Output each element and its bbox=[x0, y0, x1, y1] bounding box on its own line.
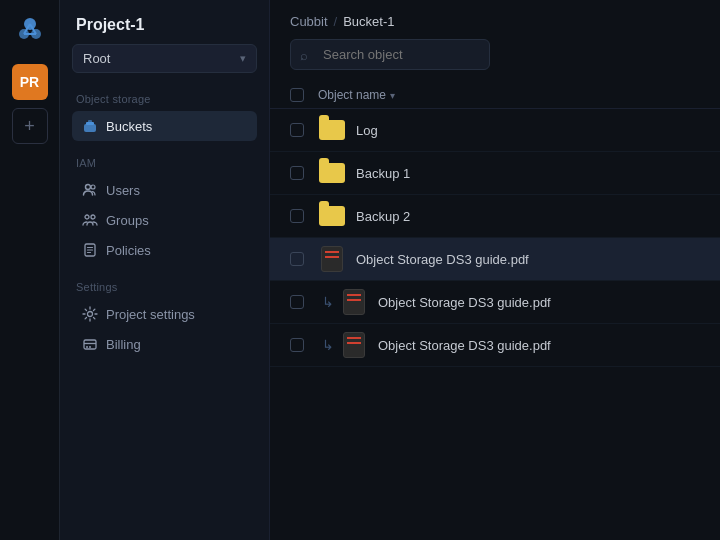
iam-section: IAM Users bbox=[72, 157, 257, 265]
project-settings-label: Project settings bbox=[106, 307, 195, 322]
row-checkbox[interactable] bbox=[290, 295, 318, 309]
file-name: Backup 1 bbox=[356, 166, 410, 181]
row-checkbox[interactable] bbox=[290, 338, 318, 352]
app-container: PR + Project-1 Root ▾ Object storage bbox=[0, 0, 720, 540]
sidebar-item-groups[interactable]: Groups bbox=[72, 205, 257, 235]
svg-point-12 bbox=[91, 215, 95, 219]
breadcrumb-current: Bucket-1 bbox=[343, 14, 394, 29]
billing-icon bbox=[82, 336, 98, 352]
brand-icon bbox=[12, 12, 48, 48]
settings-icon bbox=[82, 306, 98, 322]
file-name: Object Storage DS3 guide.pdf bbox=[378, 295, 551, 310]
breadcrumb-separator: / bbox=[334, 14, 338, 29]
breadcrumb-parent[interactable]: Cubbit bbox=[290, 14, 328, 29]
table-header: Object name ▾ bbox=[270, 82, 720, 109]
billing-label: Billing bbox=[106, 337, 141, 352]
sort-icon: ▾ bbox=[390, 90, 395, 101]
chevron-down-icon: ▾ bbox=[240, 52, 246, 65]
svg-point-17 bbox=[88, 312, 93, 317]
file-name: Object Storage DS3 guide.pdf bbox=[378, 338, 551, 353]
table-row[interactable]: Backup 2 bbox=[270, 195, 720, 238]
root-selector[interactable]: Root ▾ bbox=[72, 44, 257, 73]
table-row[interactable]: ↳ Object Storage DS3 guide.pdf bbox=[270, 324, 720, 367]
column-name-header[interactable]: Object name ▾ bbox=[318, 88, 395, 102]
pdf-icon bbox=[340, 290, 368, 314]
table-row[interactable]: Log bbox=[270, 109, 720, 152]
users-icon bbox=[82, 182, 98, 198]
project-avatar[interactable]: PR bbox=[12, 64, 48, 100]
file-name: Backup 2 bbox=[356, 209, 410, 224]
project-title: Project-1 bbox=[72, 16, 257, 34]
file-name: Log bbox=[356, 123, 378, 138]
object-storage-section: Object storage Buckets bbox=[72, 93, 257, 141]
row-checkbox[interactable] bbox=[290, 166, 318, 180]
indent-arrow-icon: ↳ bbox=[322, 294, 334, 310]
table-row[interactable]: Backup 1 bbox=[270, 152, 720, 195]
object-storage-label: Object storage bbox=[72, 93, 257, 105]
settings-section-label: Settings bbox=[72, 281, 257, 293]
row-checkbox[interactable] bbox=[290, 123, 318, 137]
folder-icon bbox=[318, 161, 346, 185]
search-bar: ⌕ bbox=[290, 39, 700, 70]
row-checkbox[interactable] bbox=[290, 209, 318, 223]
bucket-icon bbox=[82, 118, 98, 134]
svg-point-9 bbox=[86, 185, 91, 190]
iam-label: IAM bbox=[72, 157, 257, 169]
indent-arrow-icon: ↳ bbox=[322, 337, 334, 353]
folder-icon bbox=[318, 204, 346, 228]
svg-point-10 bbox=[91, 185, 95, 189]
file-name: Object Storage DS3 guide.pdf bbox=[356, 252, 529, 267]
svg-rect-6 bbox=[84, 124, 96, 132]
pdf-icon bbox=[318, 247, 346, 271]
row-checkbox[interactable] bbox=[290, 252, 318, 266]
add-project-button[interactable]: + bbox=[12, 108, 48, 144]
header-checkbox[interactable] bbox=[290, 88, 318, 102]
folder-icon bbox=[318, 118, 346, 142]
policies-label: Policies bbox=[106, 243, 151, 258]
main-content: Cubbit / Bucket-1 ⌕ Object name ▾ bbox=[270, 0, 720, 540]
table-row[interactable]: ↳ Object Storage DS3 guide.pdf bbox=[270, 281, 720, 324]
users-label: Users bbox=[106, 183, 140, 198]
table-row[interactable]: Object Storage DS3 guide.pdf bbox=[270, 238, 720, 281]
groups-label: Groups bbox=[106, 213, 149, 228]
search-input[interactable] bbox=[290, 39, 490, 70]
sidebar-item-project-settings[interactable]: Project settings bbox=[72, 299, 257, 329]
sidebar-item-policies[interactable]: Policies bbox=[72, 235, 257, 265]
policies-icon bbox=[82, 242, 98, 258]
pdf-icon bbox=[340, 333, 368, 357]
file-table: Object name ▾ Log bbox=[270, 82, 720, 540]
icon-rail: PR + bbox=[0, 0, 60, 540]
sidebar-item-users[interactable]: Users bbox=[72, 175, 257, 205]
sidebar: Project-1 Root ▾ Object storage Buckets bbox=[60, 0, 270, 540]
groups-icon bbox=[82, 212, 98, 228]
svg-rect-8 bbox=[88, 120, 92, 123]
svg-point-11 bbox=[85, 215, 89, 219]
sidebar-item-buckets[interactable]: Buckets bbox=[72, 111, 257, 141]
breadcrumb: Cubbit / Bucket-1 bbox=[270, 0, 720, 39]
search-icon: ⌕ bbox=[300, 47, 308, 62]
settings-section: Settings Project settings bbox=[72, 281, 257, 359]
sidebar-item-billing[interactable]: Billing bbox=[72, 329, 257, 359]
buckets-label: Buckets bbox=[106, 119, 152, 134]
